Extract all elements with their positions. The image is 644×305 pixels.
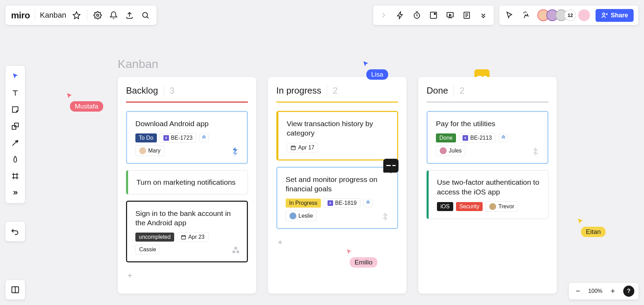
add-card-button[interactable]: + [276, 235, 398, 249]
assignee-chip: Mary [135, 146, 164, 156]
comment-indicator[interactable] [383, 159, 399, 173]
select-tool[interactable] [8, 69, 22, 83]
zoom-out-button[interactable]: − [573, 286, 583, 296]
card-title: Download Android app [135, 119, 239, 128]
remote-cursor-emilio: Emilio [346, 248, 377, 268]
card[interactable]: Sign in to the bank account in the Andro… [126, 201, 248, 263]
cursor-label: Eitan [581, 227, 606, 237]
top-left-toolbar: miro Kanban [6, 6, 156, 25]
tag-chip: Cassie [135, 245, 160, 254]
column-header[interactable]: Done 2 [427, 85, 548, 103]
priority-icon [363, 199, 373, 207]
status-chip: In Progress [286, 199, 321, 208]
card[interactable]: Turn on marketing notifications [126, 170, 248, 194]
card-title: Sign in to the bank account in the Andro… [135, 209, 239, 228]
ticket-chip: BE-2113 [459, 133, 495, 143]
frame-tool[interactable] [8, 169, 22, 183]
divider [87, 10, 87, 21]
card[interactable]: Pay for the utilities Done BE-2113 Jules [427, 111, 548, 164]
board-title[interactable]: Kanban [118, 57, 158, 71]
column-count: 2 [327, 85, 338, 96]
svg-rect-12 [181, 236, 186, 239]
svg-point-0 [97, 14, 99, 16]
svg-point-15 [236, 251, 239, 253]
kanban-columns: Backlog 3 Download Android app To Do BE-… [118, 77, 557, 294]
card[interactable]: View transaction history by category Apr… [276, 111, 398, 160]
card[interactable]: Set and monitor progress on financial go… [276, 167, 398, 229]
chevron-right-icon[interactable] [378, 10, 389, 21]
pen-tool[interactable] [8, 152, 22, 166]
status-chip: uncompleted [135, 233, 174, 242]
cursor-label: Emilio [350, 257, 377, 268]
zoom-in-button[interactable]: + [608, 286, 618, 296]
jira-icon [381, 211, 391, 223]
more-apps-icon[interactable] [478, 10, 489, 21]
jira-icon [230, 146, 241, 158]
collab-panel: 12 Share [499, 6, 638, 25]
cursor-label: Mustafa [70, 101, 103, 112]
remote-cursor-lisa: Lisa [362, 60, 388, 80]
column-count: 3 [164, 85, 175, 96]
board-name[interactable]: Kanban [40, 11, 66, 20]
column-header[interactable]: Backlog 3 [126, 85, 248, 103]
column-title: Backlog [126, 85, 158, 96]
apps-panel [373, 6, 494, 25]
svg-point-1 [143, 12, 147, 17]
date-chip: Apr 23 [177, 232, 208, 242]
collaborator-avatars[interactable]: 12 [537, 9, 590, 21]
card[interactable]: Download Android app To Do BE-1723 Mary [126, 111, 248, 164]
jira-icon [531, 146, 541, 158]
tag-chip: Security [456, 202, 483, 211]
cursor-tool-icon[interactable] [504, 10, 515, 21]
card[interactable]: Use two-factor authentication to access … [427, 170, 548, 219]
more-tools[interactable] [8, 186, 22, 200]
arrow-tool[interactable] [8, 136, 22, 150]
export-icon[interactable] [124, 10, 135, 21]
undo-button[interactable] [6, 222, 25, 241]
card-title: Set and monitor progress on financial go… [286, 175, 389, 194]
status-chip: Done [436, 133, 456, 142]
reactions-icon[interactable] [521, 10, 532, 21]
column-header[interactable]: In progress 2 [276, 85, 398, 103]
remote-cursor-eitan: Eitan [577, 218, 606, 237]
add-card-button[interactable]: + [126, 269, 248, 282]
search-icon[interactable] [140, 10, 151, 21]
timer-icon[interactable] [411, 10, 422, 21]
presentation-icon[interactable] [445, 10, 456, 21]
top-right-cluster: 12 Share [373, 6, 638, 25]
left-toolbar [6, 66, 25, 203]
card-title: View transaction history by category [287, 119, 389, 138]
settings-icon[interactable] [92, 10, 103, 21]
assignee-chip: Leslie [286, 211, 317, 221]
svg-rect-3 [430, 12, 437, 18]
column-backlog: Backlog 3 Download Android app To Do BE-… [118, 77, 256, 294]
star-icon[interactable] [71, 10, 82, 21]
collaborator-count[interactable]: 12 [564, 9, 576, 21]
miro-logo[interactable]: miro [11, 10, 30, 21]
svg-rect-9 [15, 123, 18, 127]
svg-rect-16 [291, 146, 295, 150]
status-chip: To Do [135, 133, 157, 142]
ticket-chip: BE-1819 [324, 198, 360, 208]
svg-point-14 [232, 251, 235, 253]
help-button[interactable]: ? [623, 286, 634, 297]
column-in-progress: In progress 2 View transaction history b… [268, 77, 406, 294]
zoom-level[interactable]: 100% [588, 288, 602, 294]
notifications-icon[interactable] [108, 10, 119, 21]
sticky-note-tool[interactable] [8, 103, 22, 116]
voting-icon[interactable] [428, 10, 439, 21]
column-title: In progress [276, 85, 321, 96]
avatar[interactable] [578, 9, 590, 21]
date-chip: Apr 17 [287, 143, 318, 152]
lightning-icon[interactable] [395, 10, 406, 21]
notes-icon[interactable] [461, 10, 472, 21]
text-tool[interactable] [8, 86, 22, 100]
cursor-label: Lisa [366, 69, 388, 80]
share-button[interactable]: Share [596, 9, 634, 22]
remote-cursor-mustafa: Mustafa [66, 92, 103, 112]
svg-point-13 [234, 247, 237, 250]
svg-point-7 [602, 13, 605, 15]
priority-icon [199, 134, 209, 142]
shapes-tool[interactable] [8, 119, 22, 133]
panel-toggle[interactable] [6, 280, 25, 299]
